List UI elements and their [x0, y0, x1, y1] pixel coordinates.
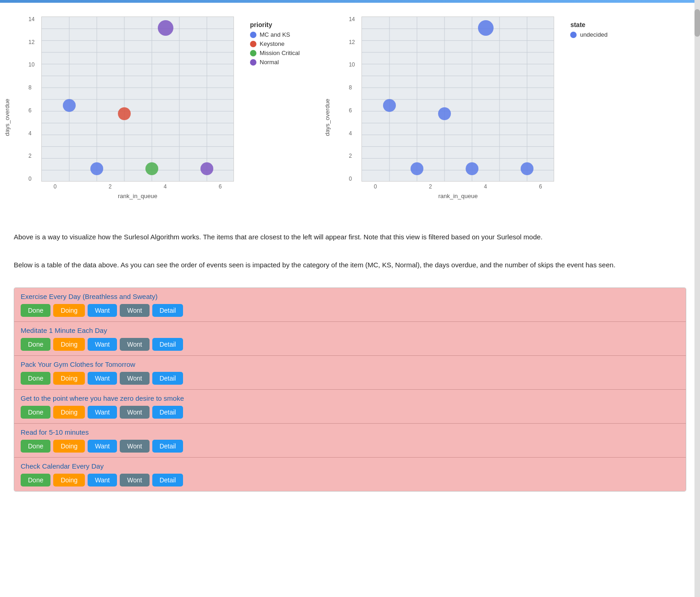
- wont-button-6[interactable]: Wont: [120, 474, 149, 486]
- task-row-4: Get to the point where you have zero des…: [14, 390, 686, 424]
- task-row-1: Exercise Every Day (Breathless and Sweat…: [14, 288, 686, 322]
- task-row-3: Pack Your Gym Clothes for Tomorrow Done …: [14, 356, 686, 390]
- detail-button-1[interactable]: Detail: [152, 304, 183, 317]
- scrollbar-thumb[interactable]: [694, 9, 700, 37]
- legend-item-keystone: Keystone: [250, 40, 300, 47]
- task-title-3: Pack Your Gym Clothes for Tomorrow: [14, 356, 686, 370]
- description-1: Above is a way to visualize how the Surl…: [14, 232, 686, 243]
- right-grid: [362, 17, 554, 181]
- task-title-6: Check Calendar Every Day: [14, 458, 686, 472]
- doing-button-4[interactable]: Doing: [53, 406, 85, 419]
- want-button-3[interactable]: Want: [88, 372, 117, 385]
- wont-button-5[interactable]: Wont: [120, 440, 149, 453]
- want-button-1[interactable]: Want: [88, 304, 117, 317]
- svg-point-48: [411, 162, 423, 175]
- legend-label-undecided: undecided: [580, 31, 607, 38]
- task-buttons-1: Done Doing Want Wont Detail: [14, 302, 686, 321]
- task-row-2: Meditate 1 Minute Each Day Done Doing Wa…: [14, 322, 686, 356]
- right-chart-wrap: days_overdue 02468101214: [334, 17, 554, 218]
- right-y-axis-label: days_overdue: [324, 99, 331, 136]
- want-button-2[interactable]: Want: [88, 338, 117, 351]
- detail-button-6[interactable]: Detail: [152, 474, 183, 486]
- doing-button-3[interactable]: Doing: [53, 372, 85, 385]
- main-content: days_overdue 02468101214: [0, 3, 700, 505]
- right-x-axis-label: rank_in_queue: [361, 193, 554, 199]
- legend-label-normal: Normal: [260, 59, 279, 66]
- wont-button-3[interactable]: Wont: [120, 372, 149, 385]
- task-buttons-6: Done Doing Want Wont Detail: [14, 472, 686, 491]
- left-x-axis-label: rank_in_queue: [41, 193, 234, 199]
- legend-dot-normal: [250, 59, 256, 66]
- legend-dot-mc: [250, 32, 256, 38]
- legend-dot-mission: [250, 50, 256, 56]
- legend-label-keystone: Keystone: [260, 40, 284, 47]
- done-button-1[interactable]: Done: [21, 304, 50, 317]
- wont-button-1[interactable]: Wont: [120, 304, 149, 317]
- svg-point-46: [383, 99, 396, 112]
- task-buttons-3: Done Doing Want Wont Detail: [14, 370, 686, 389]
- left-chart-container: days_overdue 02468101214: [14, 17, 306, 218]
- legend-item-mc: MC and KS: [250, 31, 300, 38]
- done-button-3[interactable]: Done: [21, 372, 50, 385]
- svg-point-25: [158, 20, 173, 36]
- detail-button-5[interactable]: Detail: [152, 440, 183, 453]
- done-button-4[interactable]: Done: [21, 406, 50, 419]
- task-row-6: Check Calendar Every Day Done Doing Want…: [14, 458, 686, 491]
- task-row-5: Read for 5-10 minutes Done Doing Want Wo…: [14, 424, 686, 458]
- left-chart-wrap: days_overdue 02468101214: [14, 17, 234, 218]
- left-y-ticks: 02468101214: [28, 17, 34, 182]
- scrollbar[interactable]: [694, 0, 700, 505]
- doing-button-1[interactable]: Doing: [53, 304, 85, 317]
- legend-label-mission: Mission Critical: [260, 50, 300, 56]
- doing-button-6[interactable]: Doing: [53, 474, 85, 486]
- right-y-ticks: 02468101214: [349, 17, 355, 182]
- want-button-4[interactable]: Want: [88, 406, 117, 419]
- legend-item-undecided: undecided: [570, 31, 607, 38]
- right-chart-area: [361, 17, 554, 182]
- done-button-5[interactable]: Done: [21, 440, 50, 453]
- task-buttons-5: Done Doing Want Wont Detail: [14, 438, 686, 457]
- want-button-5[interactable]: Want: [88, 440, 117, 453]
- task-title-4: Get to the point where you have zero des…: [14, 390, 686, 404]
- detail-button-2[interactable]: Detail: [152, 338, 183, 351]
- detail-button-3[interactable]: Detail: [152, 372, 183, 385]
- task-buttons-4: Done Doing Want Wont Detail: [14, 404, 686, 423]
- right-legend-title: state: [570, 21, 607, 28]
- task-title-2: Meditate 1 Minute Each Day: [14, 322, 686, 336]
- left-legend-title: priority: [250, 21, 300, 28]
- task-buttons-2: Done Doing Want Wont Detail: [14, 336, 686, 355]
- svg-point-51: [478, 20, 494, 36]
- want-button-6[interactable]: Want: [88, 474, 117, 486]
- doing-button-2[interactable]: Doing: [53, 338, 85, 351]
- right-legend: state undecided: [563, 17, 614, 45]
- svg-point-22: [90, 162, 103, 175]
- svg-point-21: [118, 107, 131, 120]
- left-y-axis-label: days_overdue: [4, 99, 11, 136]
- done-button-6[interactable]: Done: [21, 474, 50, 486]
- svg-point-47: [438, 107, 451, 120]
- doing-button-5[interactable]: Doing: [53, 440, 85, 453]
- left-chart-area: [41, 17, 234, 182]
- task-table: Exercise Every Day (Breathless and Sweat…: [14, 287, 686, 492]
- left-legend: priority MC and KS Keystone Mission Crit…: [243, 17, 306, 72]
- task-title-1: Exercise Every Day (Breathless and Sweat…: [14, 288, 686, 302]
- legend-item-normal: Normal: [250, 59, 300, 66]
- wont-button-4[interactable]: Wont: [120, 406, 149, 419]
- legend-item-mission: Mission Critical: [250, 50, 300, 56]
- done-button-2[interactable]: Done: [21, 338, 50, 351]
- left-grid: [42, 17, 233, 181]
- charts-row: days_overdue 02468101214: [14, 17, 686, 218]
- svg-point-50: [521, 162, 533, 175]
- wont-button-2[interactable]: Wont: [120, 338, 149, 351]
- legend-label-mc: MC and KS: [260, 31, 290, 38]
- svg-point-20: [63, 99, 76, 112]
- legend-dot-undecided: [570, 32, 577, 38]
- right-chart-container: days_overdue 02468101214: [334, 17, 614, 218]
- svg-point-24: [200, 162, 213, 175]
- description-2: Below is a table of the data above. As y…: [14, 260, 686, 271]
- task-title-5: Read for 5-10 minutes: [14, 424, 686, 438]
- svg-point-49: [466, 162, 478, 175]
- svg-point-23: [145, 162, 158, 175]
- legend-dot-keystone: [250, 41, 256, 47]
- detail-button-4[interactable]: Detail: [152, 406, 183, 419]
